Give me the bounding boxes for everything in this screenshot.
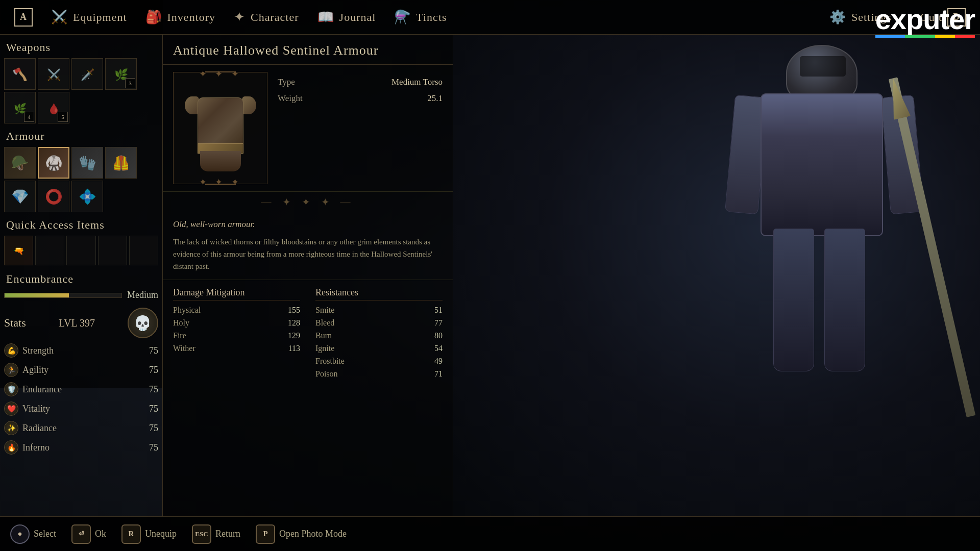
weapon-slot-3[interactable] <box>71 58 103 90</box>
ok-key: ⏎ <box>71 524 91 544</box>
vitality-icon: ❤️ <box>4 402 18 416</box>
weapon-2-icon <box>47 66 61 82</box>
weapon-slot-1[interactable] <box>4 58 36 90</box>
weapon-3-icon <box>81 66 94 82</box>
agility-icon: 🏃 <box>4 363 18 377</box>
resistance-burn-label: Burn <box>315 331 332 340</box>
weight-label: Weight <box>278 93 303 104</box>
stat-row-radiance: ✨ Radiance 75 <box>4 420 158 436</box>
armour-slot-6[interactable]: ⭕ <box>38 181 69 212</box>
quick-access-title: Quick Access Items <box>4 218 158 232</box>
ornament-bottom: ✦ ✦ ✦ <box>199 177 242 188</box>
radiance-value: 75 <box>143 423 158 434</box>
select-label: Select <box>34 529 56 539</box>
item-desc-long: The lack of wicked thorns or filthy bloo… <box>173 236 443 272</box>
quick-slot-4[interactable] <box>98 236 127 265</box>
strength-value: 75 <box>143 345 158 356</box>
weapon-slot-5[interactable]: 4 <box>4 92 36 123</box>
nav-journal[interactable]: 📖 Journal <box>308 0 385 34</box>
stat-row-agility: 🏃 Agility 75 <box>4 362 158 378</box>
top-navigation: A ⚔️ Equipment 🎒 Inventory ✦ Character 📖… <box>0 0 980 35</box>
agility-value: 75 <box>143 365 158 375</box>
return-key: ESC <box>192 524 211 544</box>
resistance-frostbite-value: 49 <box>434 357 443 366</box>
nav-key-a[interactable]: A <box>5 0 42 34</box>
armour-visual <box>185 82 256 174</box>
item-title-bar: Antique Hallowed Sentinel Armour <box>163 35 453 65</box>
nav-journal-label: Journal <box>339 11 376 24</box>
armour-bottom <box>200 151 241 171</box>
armour-slot-1[interactable]: 🪖 <box>4 147 36 179</box>
quick-1-icon: 🔫 <box>14 246 24 256</box>
character-view <box>453 35 980 516</box>
action-return[interactable]: ESC Return <box>192 524 240 544</box>
armour-3-icon: 🧤 <box>79 155 96 171</box>
encumbrance-section: Encumbrance Medium <box>4 272 158 300</box>
avatar-icon: 💀 <box>134 315 152 332</box>
resistances-title: Resistances <box>315 287 443 300</box>
strength-label: Strength <box>22 345 139 356</box>
damage-mitigation-col: Damage Mitigation Physical 155 Holy 128 … <box>173 287 300 382</box>
armour-slot-3[interactable]: 🧤 <box>71 147 103 179</box>
character-leg-right <box>824 229 865 371</box>
stats-avatar: 💀 <box>128 308 158 338</box>
nav-tincts[interactable]: ⚗️ Tincts <box>385 0 456 34</box>
action-ok[interactable]: ⏎ Ok <box>71 524 106 544</box>
inferno-value: 75 <box>143 442 158 453</box>
resistance-frostbite-label: Frostbite <box>315 357 345 366</box>
resistance-bleed-value: 77 <box>434 318 443 328</box>
item-display-area: ✦ ✦ ✦ ✦ ✦ ✦ Type Medium Torso Weight 25.… <box>163 65 453 192</box>
quick-slot-2[interactable] <box>35 236 64 265</box>
quick-slot-1[interactable]: 🔫 <box>4 236 33 265</box>
bottom-action-bar: ● Select ⏎ Ok R Unequip ESC Return P Ope… <box>0 516 980 551</box>
mitigation-wither: Wither 113 <box>173 344 300 353</box>
nav-tincts-label: Tincts <box>416 11 447 24</box>
armour-shoulder-right <box>242 96 256 114</box>
weapon-slot-2[interactable] <box>38 58 69 90</box>
item-image-frame: ✦ ✦ ✦ ✦ ✦ ✦ <box>173 72 267 184</box>
mitigation-physical-label: Physical <box>173 306 201 315</box>
mitigation-holy: Holy 128 <box>173 318 300 328</box>
stat-row-inferno: 🔥 Inferno 75 <box>4 439 158 456</box>
endurance-value: 75 <box>143 384 158 395</box>
action-select[interactable]: ● Select <box>10 524 56 544</box>
combat-columns: Damage Mitigation Physical 155 Holy 128 … <box>173 287 443 382</box>
inferno-label: Inferno <box>22 442 139 453</box>
stats-level: LVL 397 <box>59 317 95 329</box>
mitigation-fire-label: Fire <box>173 331 186 340</box>
weapon-slot-4[interactable]: 3 <box>105 58 137 90</box>
weapon-6-badge: 5 <box>58 112 68 122</box>
left-panel: Weapons 3 4 5 Armour 🪖 🥋 🧤 🦺 <box>0 35 162 516</box>
quick-slot-3[interactable] <box>66 236 95 265</box>
character-arm-right <box>880 95 924 215</box>
inventory-icon: 🎒 <box>145 9 162 25</box>
mitigation-wither-value: 113 <box>288 344 300 353</box>
resistance-poison: Poison 71 <box>315 369 443 379</box>
armour-section-title: Armour <box>4 130 158 143</box>
armour-4-icon: 🦺 <box>112 155 130 171</box>
photo-mode-label: Open Photo Mode <box>279 529 347 539</box>
stat-row-strength: 💪 Strength 75 <box>4 342 158 359</box>
armour-slot-7[interactable]: 💠 <box>71 181 103 212</box>
item-desc-short: Old, well-worn armour. <box>173 219 443 230</box>
ornament-top: ✦ ✦ ✦ <box>199 68 242 80</box>
quick-slot-5[interactable] <box>129 236 158 265</box>
armour-slot-5[interactable]: 💎 <box>4 181 36 212</box>
weight-value: 25.1 <box>427 93 443 104</box>
mitigation-physical: Physical 155 <box>173 306 300 315</box>
action-photo-mode[interactable]: P Open Photo Mode <box>256 524 347 544</box>
radiance-label: Radiance <box>22 423 139 434</box>
nav-inventory[interactable]: 🎒 Inventory <box>136 0 225 34</box>
nav-equipment[interactable]: ⚔️ Equipment <box>42 0 136 34</box>
armour-slot-4[interactable]: 🦺 <box>105 147 137 179</box>
encumbrance-title: Encumbrance <box>4 272 158 286</box>
quick-access-grid: 🔫 <box>4 236 158 265</box>
action-unequip[interactable]: R Unequip <box>121 524 177 544</box>
nav-character[interactable]: ✦ Character <box>225 0 308 34</box>
armour-slot-2[interactable]: 🥋 <box>38 147 69 179</box>
resistance-smite-value: 51 <box>434 306 443 315</box>
armour-1-icon: 🪖 <box>11 155 29 171</box>
resistance-smite-label: Smite <box>315 306 334 315</box>
weapon-slot-6[interactable]: 5 <box>38 92 69 123</box>
encumbrance-fill <box>5 293 69 297</box>
